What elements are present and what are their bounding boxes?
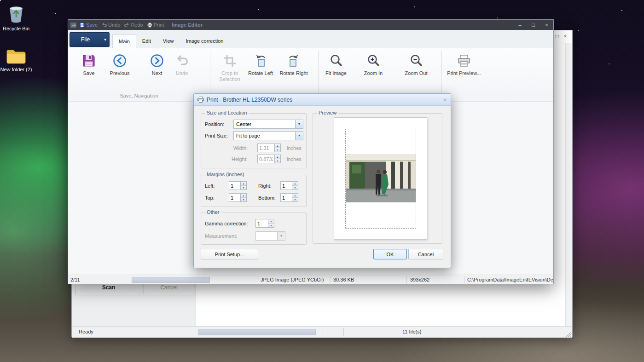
save-icon xyxy=(81,52,96,69)
spinner-buttons[interactable]: ▲▼ xyxy=(268,219,274,228)
right-margin-stepper[interactable]: ▲▼ xyxy=(280,181,298,190)
file-menu-button[interactable]: File ▼ xyxy=(70,32,110,47)
print-size-dropdown[interactable]: Fit to page ▼ xyxy=(233,131,303,140)
maximize-icon[interactable]: □ xyxy=(527,20,540,30)
qat-print-button[interactable]: Print xyxy=(147,22,164,28)
cancel-button[interactable]: Cancel xyxy=(408,249,443,259)
gamma-input[interactable] xyxy=(255,219,268,228)
left-margin-input[interactable] xyxy=(229,181,241,190)
scanner-status-ready: Ready xyxy=(79,329,93,334)
undo-button[interactable]: Undo xyxy=(170,52,193,92)
close-icon[interactable]: × xyxy=(443,96,447,103)
size-location-group: Size and Location Position: Center ▼ Pri… xyxy=(201,113,307,168)
print-icon xyxy=(147,23,152,28)
zoom-in-button[interactable]: Zoom In xyxy=(360,52,387,92)
spinner-buttons[interactable]: ▲▼ xyxy=(275,155,281,163)
spinner-buttons[interactable]: ▲▼ xyxy=(241,181,247,190)
spinner-buttons[interactable]: ▲▼ xyxy=(241,193,247,202)
rotate-left-button[interactable]: Rotate Left xyxy=(246,52,275,92)
spin-down-icon[interactable]: ▼ xyxy=(275,148,280,152)
right-margin-input[interactable] xyxy=(280,181,292,190)
scanner-scrollbar[interactable] xyxy=(565,43,572,326)
tab-view[interactable]: View xyxy=(157,34,180,48)
bottom-margin-input[interactable] xyxy=(280,193,292,202)
spin-down-icon[interactable]: ▼ xyxy=(268,224,274,227)
left-margin-stepper[interactable]: ▲▼ xyxy=(229,181,247,190)
spinner-buttons[interactable]: ▲▼ xyxy=(292,193,298,202)
spinner-buttons[interactable]: ▲▼ xyxy=(275,144,281,152)
photo-preview xyxy=(346,154,416,202)
ribbon-save-button[interactable]: Save xyxy=(77,52,100,92)
rotate-left-icon xyxy=(253,52,268,69)
spin-down-icon[interactable]: ▼ xyxy=(241,186,246,190)
zoom-out-button[interactable]: Zoom Out xyxy=(401,52,431,92)
tab-main[interactable]: Main xyxy=(112,34,136,48)
spin-up-icon[interactable]: ▲ xyxy=(241,194,246,198)
width-input[interactable] xyxy=(257,144,275,152)
position-label: Position: xyxy=(205,121,224,127)
status-file-path: C:\ProgramData\ImageEn\IEVision\De xyxy=(467,277,553,282)
spin-up-icon[interactable]: ▲ xyxy=(292,194,298,198)
tab-image-correction[interactable]: Image correction xyxy=(180,34,229,48)
app-icon xyxy=(70,22,76,28)
maximize-icon[interactable]: □ xyxy=(553,33,561,40)
spin-up-icon[interactable]: ▲ xyxy=(275,144,280,148)
fit-image-button[interactable]: Fit Image xyxy=(321,52,351,92)
spin-up-icon[interactable]: ▲ xyxy=(241,182,246,186)
spin-up-icon[interactable]: ▲ xyxy=(292,182,298,186)
window-title: Image Editor xyxy=(172,22,203,28)
spin-down-icon[interactable]: ▼ xyxy=(292,186,298,190)
next-icon xyxy=(150,52,164,69)
position-dropdown[interactable]: Center ▼ xyxy=(233,120,303,129)
minimize-icon[interactable]: – xyxy=(513,20,527,30)
qat-save-button[interactable]: Save xyxy=(80,22,98,28)
measurement-label: Measurement: xyxy=(205,233,237,239)
width-label: Width: xyxy=(233,145,248,151)
measurement-dropdown[interactable]: ▼ xyxy=(255,231,285,241)
other-group-title: Other xyxy=(205,209,221,215)
spin-down-icon[interactable]: ▼ xyxy=(292,198,298,201)
spin-up-icon[interactable]: ▲ xyxy=(268,219,274,224)
status-image-format: JPEG Image (JPEG YCbCr) xyxy=(261,277,324,282)
ok-button[interactable]: OK xyxy=(373,249,407,259)
top-margin-input[interactable] xyxy=(229,193,241,202)
close-icon[interactable]: × xyxy=(540,20,553,30)
rotate-right-button[interactable]: Rotate Right xyxy=(278,52,309,92)
ribbon-tab-row: File ▼ Main Edit View Image correction xyxy=(68,30,553,48)
gamma-stepper[interactable]: ▲▼ xyxy=(255,219,274,228)
print-setup-button[interactable]: Print Setup... xyxy=(201,249,258,259)
spin-down-icon[interactable]: ▼ xyxy=(241,198,246,201)
desktop: { "desktop": { "recycle_bin_label": "Rec… xyxy=(0,0,644,362)
bottom-margin-label: Bottom: xyxy=(258,195,276,201)
chevron-down-icon[interactable]: ▼ xyxy=(295,120,303,128)
spin-up-icon[interactable]: ▲ xyxy=(275,155,280,159)
height-stepper[interactable]: ▲▼ xyxy=(257,155,281,163)
spin-down-icon[interactable]: ▼ xyxy=(275,159,280,163)
print-preview-button[interactable]: Print Preview... xyxy=(445,52,483,92)
recycle-bin-desktop-icon[interactable]: Recycle Bin xyxy=(0,4,32,32)
print-dialog-title: Print - Brother HL-L2350DW series xyxy=(207,97,443,103)
close-icon[interactable]: × xyxy=(561,33,569,40)
width-unit-label: inches xyxy=(287,145,302,151)
width-stepper[interactable]: ▲▼ xyxy=(257,144,281,152)
spinner-buttons[interactable]: ▲▼ xyxy=(292,181,298,190)
tab-edit[interactable]: Edit xyxy=(136,34,157,48)
print-preview-page xyxy=(334,117,427,240)
bottom-margin-stepper[interactable]: ▲▼ xyxy=(280,193,298,202)
previous-button[interactable]: Previous xyxy=(107,52,132,92)
height-label: Height: xyxy=(232,156,248,162)
resize-grip[interactable] xyxy=(565,331,571,337)
chevron-down-icon[interactable]: ▼ xyxy=(295,132,303,140)
gamma-correction-label: Gamma correction: xyxy=(205,221,248,226)
height-input[interactable] xyxy=(257,155,275,163)
preview-group: Preview xyxy=(313,113,442,244)
qat-redo-button[interactable]: Redo xyxy=(124,22,143,28)
right-margin-label: Right: xyxy=(258,183,272,189)
qat-undo-button[interactable]: Undo xyxy=(102,22,120,28)
new-folder-desktop-icon[interactable]: New folder (2) xyxy=(0,47,32,73)
crop-to-selection-button[interactable]: Crop to Selection xyxy=(214,52,246,92)
toolbar-separator xyxy=(210,51,210,97)
top-margin-stepper[interactable]: ▲▼ xyxy=(229,193,247,202)
next-button[interactable]: Next xyxy=(145,52,169,92)
stars-decoration xyxy=(0,0,1,1)
